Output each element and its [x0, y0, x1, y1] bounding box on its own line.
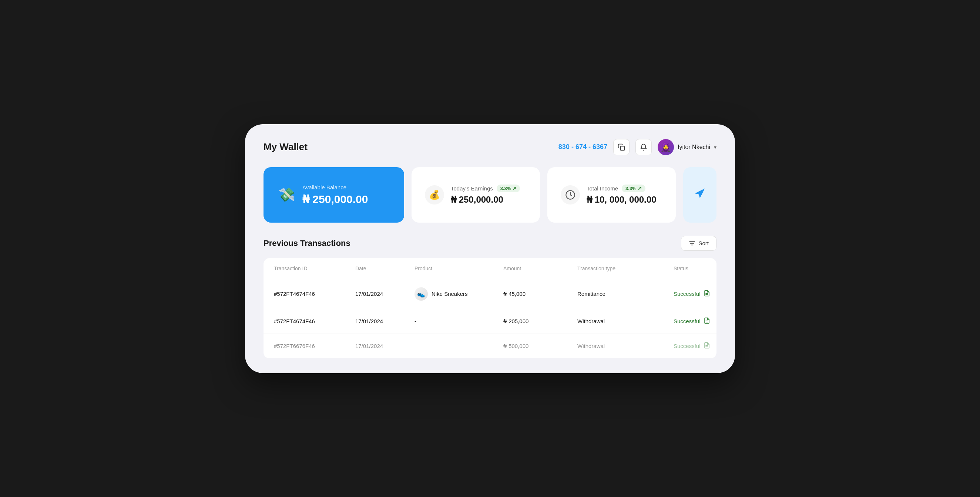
transactions-table: Transaction ID Date Product Amount Trans…	[264, 258, 716, 358]
action-card[interactable]	[683, 167, 716, 222]
table-row: #572FT4674F46 17/01/2024 - ₦ 205,000 Wit…	[264, 309, 716, 334]
cell-date-1: 17/01/2024	[355, 291, 415, 297]
cell-amount-2: ₦ 205,000	[503, 318, 578, 325]
col-type: Transaction type	[578, 265, 674, 272]
avatar: 🧕	[658, 139, 674, 155]
income-amount: ₦ 10, 000, 000.00	[587, 195, 662, 205]
transactions-header: Previous Transactions Sort	[264, 236, 716, 251]
income-badge: 3.3% ↗	[622, 184, 646, 192]
table-header-row: Transaction ID Date Product Amount Trans…	[264, 258, 716, 279]
chevron-down-icon: ▾	[714, 144, 716, 150]
earnings-header: Today's Earnings 3.3% ↗	[451, 184, 527, 192]
cell-id-3: #572FT6676F46	[274, 343, 355, 349]
earnings-icon-wrap: 💰	[425, 185, 444, 205]
balance-amount: ₦ 250,000.00	[302, 193, 368, 206]
earnings-content: Today's Earnings 3.3% ↗ ₦ 250,000.00	[451, 184, 527, 205]
balance-info: Available Balance ₦ 250,000.00	[302, 184, 368, 206]
cell-amount-3: ₦ 500,000	[503, 343, 578, 349]
table-row: #572FT6676F46 17/01/2024 ₦ 500,000 Withd…	[264, 334, 716, 358]
status-badge-3: Successful	[674, 343, 701, 349]
cell-product-2: -	[415, 318, 503, 324]
cell-status-3: Successful	[674, 342, 716, 350]
svg-rect-0	[620, 146, 624, 150]
income-content: Total Income 3.3% ↗ ₦ 10, 000, 000.00	[587, 184, 662, 205]
cards-row: 💸 Available Balance ₦ 250,000.00 💰 Today…	[264, 167, 716, 222]
cell-type-2: Withdrawal	[578, 318, 674, 324]
status-badge-1: Successful	[674, 291, 701, 297]
device-frame: My Wallet 830 - 674 - 6367 🧕 Iyitor N	[245, 124, 735, 373]
col-transaction-id: Transaction ID	[274, 265, 355, 272]
earnings-badge: 3.3% ↗	[497, 184, 520, 192]
cell-status-2: Successful	[674, 317, 716, 326]
income-header: Total Income 3.3% ↗	[587, 184, 662, 192]
cell-date-3: 17/01/2024	[355, 343, 415, 349]
income-icon-wrap	[561, 185, 580, 205]
earnings-icon: 💰	[429, 190, 440, 200]
receipt-icon-1[interactable]	[703, 290, 710, 298]
cell-type-3: Withdrawal	[578, 343, 674, 349]
cell-id-1: #572FT4674F46	[274, 291, 355, 297]
cell-type-1: Remittance	[578, 291, 674, 297]
user-profile-button[interactable]: 🧕 Iyitor Nkechi ▾	[658, 139, 716, 155]
balance-icon: 💸	[278, 187, 295, 203]
page-title: My Wallet	[264, 141, 307, 153]
cell-amount-1: ₦ 45,000	[503, 291, 578, 297]
product-image-1: 👟	[415, 287, 428, 301]
income-trend-icon: ↗	[638, 186, 642, 191]
cell-id-2: #572FT4674F46	[274, 318, 355, 324]
col-date: Date	[355, 265, 415, 272]
col-status: Status	[674, 265, 716, 272]
cell-date-2: 17/01/2024	[355, 318, 415, 324]
trend-up-icon: ↗	[512, 186, 516, 191]
cell-product-1: 👟 Nike Sneakers	[415, 287, 503, 301]
cell-status-1: Successful	[674, 290, 716, 298]
balance-card: 💸 Available Balance ₦ 250,000.00	[264, 167, 404, 222]
status-badge-2: Successful	[674, 318, 701, 324]
earnings-amount: ₦ 250,000.00	[451, 195, 527, 205]
copy-icon-button[interactable]	[613, 139, 630, 155]
receipt-icon-3[interactable]	[703, 342, 710, 350]
notification-icon-button[interactable]	[635, 139, 652, 155]
sort-button[interactable]: Sort	[681, 236, 716, 251]
header-right: 830 - 674 - 6367 🧕 Iyitor Nkechi ▾	[558, 139, 716, 155]
income-label: Total Income	[587, 185, 618, 192]
sort-label: Sort	[698, 240, 709, 246]
col-product: Product	[415, 265, 503, 272]
col-amount: Amount	[503, 265, 578, 272]
table-row: #572FT4674F46 17/01/2024 👟 Nike Sneakers…	[264, 279, 716, 309]
income-card: Total Income 3.3% ↗ ₦ 10, 000, 000.00	[547, 167, 676, 222]
send-icon	[694, 187, 706, 202]
user-name: Iyitor Nkechi	[678, 144, 710, 151]
balance-label: Available Balance	[302, 184, 368, 191]
phone-number[interactable]: 830 - 674 - 6367	[558, 143, 607, 151]
earnings-card: 💰 Today's Earnings 3.3% ↗ ₦ 250,000.00	[412, 167, 540, 222]
receipt-icon-2[interactable]	[703, 317, 710, 326]
header: My Wallet 830 - 674 - 6367 🧕 Iyitor N	[264, 139, 716, 155]
transactions-section: Previous Transactions Sort Transaction I…	[264, 236, 716, 358]
transactions-title: Previous Transactions	[264, 238, 350, 248]
earnings-label: Today's Earnings	[451, 185, 493, 192]
